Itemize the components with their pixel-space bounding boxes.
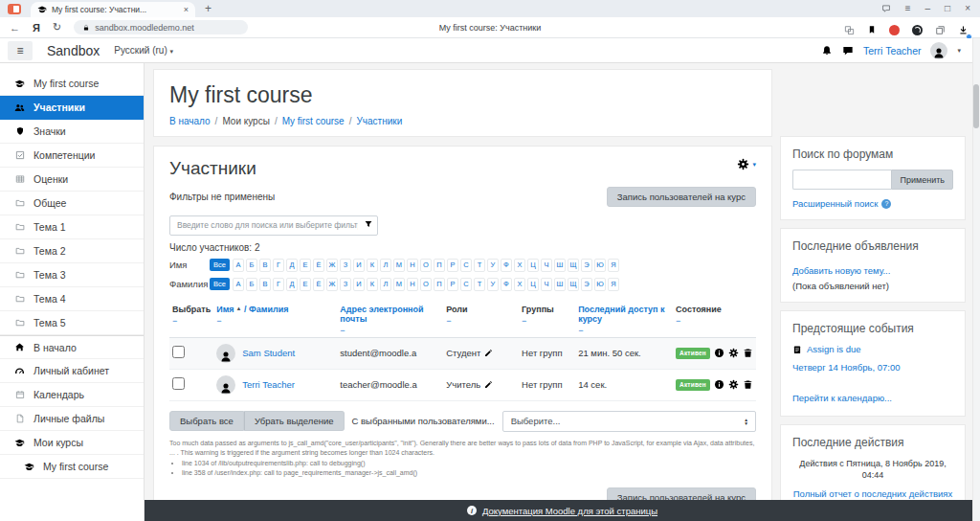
breadcrumb-course[interactable]: My first course bbox=[282, 116, 345, 126]
edit-role-pencil-icon[interactable] bbox=[484, 380, 493, 389]
letter-link[interactable]: Ч bbox=[541, 278, 552, 291]
breadcrumb-participants[interactable]: Участники bbox=[356, 116, 402, 126]
tab-close-icon[interactable]: × bbox=[184, 5, 189, 14]
letter-link[interactable]: Т bbox=[474, 278, 485, 291]
letter-link[interactable]: Щ bbox=[568, 278, 579, 291]
sidebar-item-calendar[interactable]: Календарь bbox=[0, 383, 144, 407]
enrolment-gear-icon[interactable] bbox=[728, 379, 739, 390]
adblock-icon[interactable] bbox=[889, 25, 900, 35]
letter-link[interactable]: М bbox=[393, 278, 405, 291]
user-profile-link[interactable]: Terri Teacher bbox=[242, 379, 295, 390]
letter-link[interactable]: Ё bbox=[313, 259, 324, 272]
browser-menu-icon[interactable]: ≡ bbox=[905, 3, 911, 13]
letter-link[interactable]: Э bbox=[581, 278, 592, 291]
letter-link[interactable]: Ч bbox=[541, 259, 552, 272]
window-maximize-icon[interactable]: □ bbox=[945, 3, 950, 13]
enrol-users-button-top[interactable]: Запись пользователей на курс bbox=[607, 187, 756, 207]
browser-sidebar-icon[interactable] bbox=[8, 4, 21, 14]
collapse-column-toggle[interactable]: − bbox=[578, 326, 670, 335]
sidebar-item-topic-2[interactable]: Тема 2 bbox=[0, 239, 144, 263]
select-all-button[interactable]: Выбрать все bbox=[169, 411, 244, 431]
letter-link[interactable]: Н bbox=[407, 278, 418, 291]
yandex-icon[interactable]: Я bbox=[33, 22, 40, 34]
letter-link[interactable]: П bbox=[434, 278, 445, 291]
enrolment-gear-icon[interactable] bbox=[728, 348, 739, 358]
letter-link[interactable]: Р bbox=[447, 259, 458, 272]
letter-link[interactable]: Ш bbox=[554, 278, 566, 291]
letter-link[interactable]: Т bbox=[474, 259, 485, 272]
letter-link[interactable]: И bbox=[353, 259, 365, 272]
actions-menu[interactable]: ▾ bbox=[737, 158, 756, 170]
translate-icon[interactable] bbox=[844, 25, 855, 35]
scrollbar-thumb[interactable] bbox=[973, 84, 979, 128]
letter-link[interactable]: Г bbox=[273, 259, 284, 272]
sidebar-item-topic-5[interactable]: Тема 5 bbox=[0, 311, 144, 335]
letter-link[interactable]: Ф bbox=[501, 259, 512, 272]
letter-link[interactable]: С bbox=[460, 278, 472, 291]
scrollbar-track[interactable] bbox=[972, 38, 980, 521]
letter-link[interactable]: Б bbox=[246, 278, 257, 291]
forum-search-apply-button[interactable]: Применить bbox=[891, 170, 953, 190]
letter-link[interactable]: Ю bbox=[594, 259, 606, 272]
row-select-checkbox[interactable] bbox=[172, 346, 185, 358]
letter-link[interactable]: К bbox=[367, 259, 378, 272]
avatar[interactable] bbox=[930, 42, 947, 59]
letter-link[interactable]: С bbox=[460, 259, 472, 272]
unenrol-trash-icon[interactable] bbox=[743, 379, 753, 390]
letter-link[interactable]: У bbox=[487, 259, 499, 272]
letter-link[interactable]: Д bbox=[286, 259, 298, 272]
letter-link[interactable]: Л bbox=[380, 278, 391, 291]
collapse-column-toggle[interactable]: − bbox=[340, 326, 440, 335]
col-email-sort[interactable]: Адрес электронной почты bbox=[340, 305, 423, 324]
letter-link[interactable]: А bbox=[233, 259, 244, 272]
letter-link[interactable]: О bbox=[420, 278, 432, 291]
messages-icon[interactable] bbox=[842, 45, 854, 57]
language-menu[interactable]: Русский (ru) ▾ bbox=[114, 45, 173, 56]
letter-link[interactable]: У bbox=[487, 278, 499, 291]
letter-link[interactable]: Ш bbox=[554, 259, 566, 272]
sidebar-item-badges[interactable]: Значки bbox=[0, 120, 144, 144]
letter-link[interactable]: Ж bbox=[326, 278, 338, 291]
collections-icon[interactable] bbox=[935, 25, 946, 35]
name-filter-all[interactable]: Все bbox=[210, 259, 230, 271]
letter-link[interactable]: Э bbox=[581, 259, 592, 272]
letter-link[interactable]: П bbox=[434, 259, 445, 272]
letter-link[interactable]: К bbox=[367, 278, 378, 291]
breadcrumb-home[interactable]: В начало bbox=[169, 116, 211, 126]
col-name-sort[interactable]: Имя bbox=[216, 305, 234, 314]
sidebar-item-course-home[interactable]: My first course bbox=[0, 72, 144, 96]
col-surname-sort[interactable]: / Фамилия bbox=[244, 305, 288, 314]
bulk-action-select[interactable]: Выберите... ▴▾ bbox=[502, 411, 756, 432]
letter-link[interactable]: Е bbox=[300, 259, 311, 272]
sidebar-item-private-files[interactable]: Личные файлы bbox=[0, 407, 144, 431]
reload-icon[interactable]: ↻ bbox=[53, 21, 61, 34]
letter-link[interactable]: Б bbox=[246, 259, 257, 272]
letter-link[interactable]: Ц bbox=[527, 278, 539, 291]
letter-link[interactable]: Щ bbox=[568, 259, 579, 272]
feedback-icon[interactable] bbox=[881, 4, 891, 13]
user-profile-link[interactable]: Sam Student bbox=[242, 348, 295, 358]
letter-link[interactable]: О bbox=[420, 259, 432, 272]
sidebar-item-topic-4[interactable]: Тема 4 bbox=[0, 287, 144, 311]
letter-link[interactable]: В bbox=[259, 278, 271, 291]
letter-link[interactable]: Х bbox=[514, 259, 525, 272]
sidebar-item-dashboard[interactable]: Личный кабинет bbox=[0, 359, 144, 383]
forum-search-input[interactable] bbox=[792, 170, 891, 190]
advanced-search-link[interactable]: Расширенный поиск bbox=[792, 198, 878, 209]
sidebar-item-topic-3[interactable]: Тема 3 bbox=[0, 263, 144, 287]
filter-funnel-icon[interactable] bbox=[364, 219, 373, 229]
sidebar-item-participants[interactable]: Участники bbox=[0, 96, 144, 120]
surname-filter-all[interactable]: Все bbox=[210, 278, 230, 290]
letter-link[interactable]: Е bbox=[300, 278, 311, 291]
sidebar-item-my-first-course[interactable]: My first course bbox=[0, 455, 144, 479]
letter-link[interactable]: М bbox=[393, 259, 405, 272]
moodle-docs-link[interactable]: Документация Moodle для этой страницы bbox=[482, 506, 657, 516]
letter-link[interactable]: Д bbox=[286, 278, 298, 291]
deselect-all-button[interactable]: Убрать выделение bbox=[244, 411, 345, 431]
unenrol-trash-icon[interactable] bbox=[743, 348, 753, 358]
user-menu-name[interactable]: Terri Teacher bbox=[863, 45, 922, 57]
address-bar[interactable]: sandbox.moodledemo.net bbox=[74, 20, 248, 34]
browser-tab[interactable]: My first course: Участни... × bbox=[31, 2, 195, 17]
letter-link[interactable]: Я bbox=[608, 259, 619, 272]
letter-link[interactable]: Ё bbox=[313, 278, 324, 291]
